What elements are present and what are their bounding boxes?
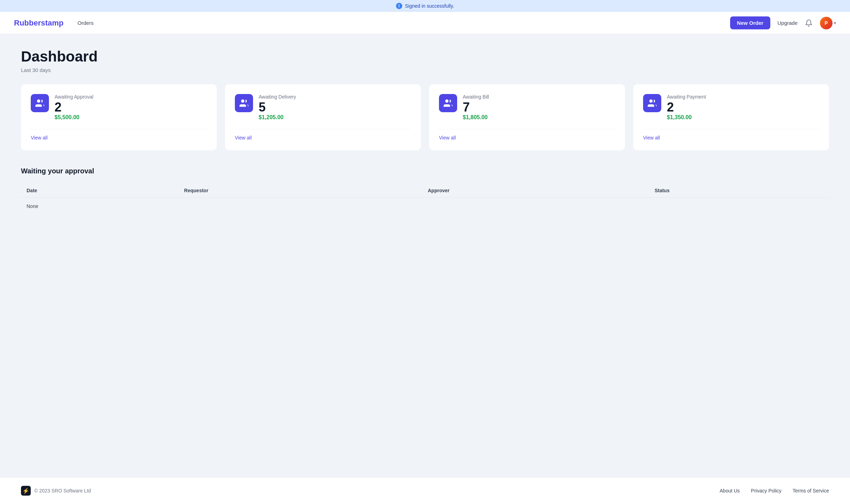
chevron-down-icon: ▾ — [834, 21, 836, 26]
stat-icon-3 — [439, 94, 457, 112]
svg-point-3 — [649, 100, 653, 103]
dashboard-title: Dashboard — [21, 48, 829, 65]
view-all-link-1[interactable]: View all — [31, 129, 207, 141]
stat-card-top-1: Awaiting Approval 2 $5,500.00 — [31, 94, 207, 121]
view-all-link-4[interactable]: View all — [643, 129, 819, 141]
footer-terms-of-service[interactable]: Terms of Service — [793, 488, 829, 494]
avatar-wrapper[interactable]: P ▾ — [820, 17, 836, 29]
stat-label-4: Awaiting Payment — [667, 94, 706, 100]
footer: ⚡ © 2023 SRO Software Ltd About Us Priva… — [0, 477, 850, 504]
stat-card-top-2: Awaiting Delivery 5 $1,205.00 — [235, 94, 411, 121]
stat-info-1: Awaiting Approval 2 $5,500.00 — [55, 94, 93, 121]
avatar: P — [820, 17, 833, 29]
stat-card-top-4: Awaiting Payment 2 $1,350.00 — [643, 94, 819, 121]
stat-info-4: Awaiting Payment 2 $1,350.00 — [667, 94, 706, 121]
stat-label-3: Awaiting Bill — [463, 94, 489, 100]
stat-count-4: 2 — [667, 101, 706, 114]
stat-amount-1: $5,500.00 — [55, 114, 93, 121]
svg-point-1 — [241, 100, 244, 103]
table-row-empty: None — [21, 198, 829, 215]
stat-card-awaiting-delivery: Awaiting Delivery 5 $1,205.00 View all — [225, 84, 421, 150]
stat-count-1: 2 — [55, 101, 93, 114]
stat-label-1: Awaiting Approval — [55, 94, 93, 100]
view-all-link-2[interactable]: View all — [235, 129, 411, 141]
footer-about-us[interactable]: About Us — [720, 488, 740, 494]
stat-info-2: Awaiting Delivery 5 $1,205.00 — [259, 94, 296, 121]
stat-count-2: 5 — [259, 101, 296, 114]
stats-grid: Awaiting Approval 2 $5,500.00 View all A… — [21, 84, 829, 150]
bolt-icon: ⚡ — [21, 486, 31, 496]
stat-icon-4 — [643, 94, 661, 112]
table-header: Date Requestor Approver Status — [21, 183, 829, 198]
info-icon: i — [396, 3, 402, 9]
stat-amount-2: $1,205.00 — [259, 114, 296, 121]
approval-section-title: Waiting your approval — [21, 167, 829, 175]
footer-left: ⚡ © 2023 SRO Software Ltd — [21, 486, 91, 496]
notification-bar: i Signed in successfully. — [0, 0, 850, 12]
notification-text: Signed in successfully. — [405, 3, 454, 9]
col-date: Date — [21, 183, 179, 198]
stat-card-awaiting-bill: Awaiting Bill 7 $1,805.00 View all — [429, 84, 625, 150]
dashboard-subtitle: Last 30 days — [21, 67, 829, 73]
stat-label-2: Awaiting Delivery — [259, 94, 296, 100]
stat-card-top-3: Awaiting Bill 7 $1,805.00 — [439, 94, 615, 121]
header: Rubberstamp Orders New Order Upgrade P ▾ — [0, 12, 850, 34]
stat-amount-3: $1,805.00 — [463, 114, 489, 121]
bell-icon[interactable] — [805, 19, 813, 27]
empty-message: None — [21, 198, 179, 215]
stat-info-3: Awaiting Bill 7 $1,805.00 — [463, 94, 489, 121]
nav-orders[interactable]: Orders — [75, 19, 96, 27]
stat-card-awaiting-payment: Awaiting Payment 2 $1,350.00 View all — [633, 84, 829, 150]
main-content: Dashboard Last 30 days Awaiting Approval… — [0, 34, 850, 477]
copyright: © 2023 SRO Software Ltd — [34, 488, 91, 494]
logo[interactable]: Rubberstamp — [14, 19, 64, 28]
approval-table: Date Requestor Approver Status None — [21, 183, 829, 215]
upgrade-link[interactable]: Upgrade — [777, 20, 798, 26]
header-right: New Order Upgrade P ▾ — [730, 16, 836, 29]
new-order-button[interactable]: New Order — [730, 16, 771, 29]
col-status: Status — [649, 183, 829, 198]
main-nav: Orders — [75, 20, 96, 26]
stat-amount-4: $1,350.00 — [667, 114, 706, 121]
svg-point-2 — [445, 100, 448, 103]
stat-card-awaiting-approval: Awaiting Approval 2 $5,500.00 View all — [21, 84, 217, 150]
footer-privacy-policy[interactable]: Privacy Policy — [751, 488, 781, 494]
stat-count-3: 7 — [463, 101, 489, 114]
view-all-link-3[interactable]: View all — [439, 129, 615, 141]
col-requestor: Requestor — [179, 183, 422, 198]
table-body: None — [21, 198, 829, 215]
svg-point-0 — [37, 100, 40, 103]
stat-icon-2 — [235, 94, 253, 112]
col-approver: Approver — [422, 183, 649, 198]
footer-right: About Us Privacy Policy Terms of Service — [720, 488, 829, 494]
stat-icon-1 — [31, 94, 49, 112]
